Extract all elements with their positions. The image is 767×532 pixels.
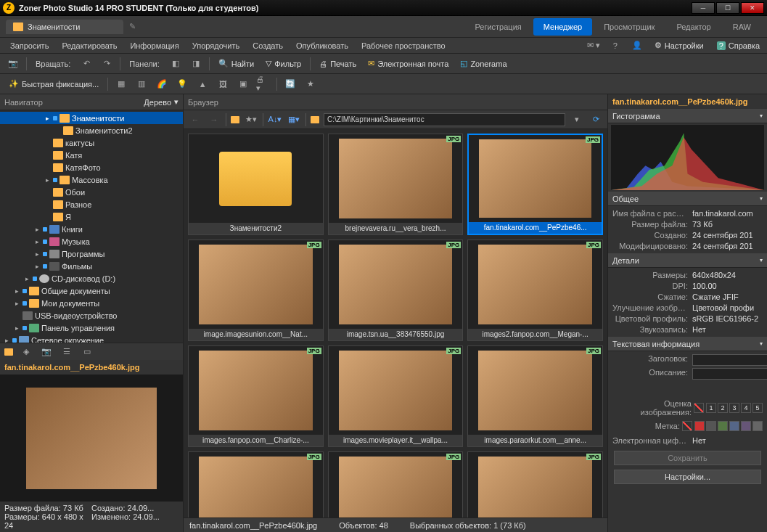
- triangle-icon[interactable]: ▲: [195, 78, 210, 91]
- folder-tab[interactable]: Знаменитости: [6, 20, 123, 34]
- folder-icon[interactable]: [231, 116, 239, 123]
- find-button[interactable]: 🔍Найти: [216, 57, 257, 70]
- rainbow-icon[interactable]: 🌈: [155, 78, 169, 91]
- mark-color[interactable]: [706, 421, 716, 431]
- star-icon[interactable]: ★: [303, 78, 318, 91]
- thumbnail[interactable]: JPGfan.tinakarol.com__PePzbe46...: [467, 134, 603, 235]
- back-icon[interactable]: ←: [188, 113, 202, 126]
- minimize-button[interactable]: ─: [692, 2, 715, 14]
- close-button[interactable]: ✕: [741, 2, 764, 14]
- print2-icon[interactable]: 🖨 ▾: [256, 78, 271, 91]
- reload-icon[interactable]: ⟳: [588, 113, 603, 126]
- tab-manager[interactable]: Менеджер: [533, 18, 592, 36]
- refresh-icon[interactable]: 🔄: [283, 78, 298, 91]
- menu-workspace[interactable]: Рабочее пространство: [356, 39, 451, 52]
- menu-edit[interactable]: Редактировать: [56, 39, 123, 52]
- tree-item[interactable]: Обои: [0, 186, 183, 198]
- dropdown-icon[interactable]: ▾: [570, 113, 584, 126]
- general-header[interactable]: Общее▾: [608, 192, 767, 206]
- view-icon[interactable]: ▦▾: [287, 113, 301, 126]
- thumbnail[interactable]: JPGimages.fanpop.com__Charlize-...: [188, 345, 324, 447]
- title-input[interactable]: [692, 354, 767, 366]
- thumbnail[interactable]: JPGimages2.fanpop.com__Megan-...: [467, 240, 603, 341]
- rating-1[interactable]: 1: [706, 403, 716, 413]
- tree-item[interactable]: ▸Знаменитости: [0, 112, 183, 124]
- question-icon[interactable]: ?: [608, 39, 623, 52]
- forward-icon[interactable]: →: [207, 113, 221, 126]
- tree-item[interactable]: Знаменитости2: [0, 124, 183, 136]
- description-input[interactable]: [692, 368, 767, 380]
- chevron-down-icon[interactable]: ▾: [174, 97, 179, 107]
- bulb-icon[interactable]: 💡: [175, 78, 189, 91]
- mark-color[interactable]: [741, 421, 751, 431]
- thumbnail[interactable]: JPGimage.imagesunion.com__Nat...: [188, 240, 324, 341]
- tab-raw[interactable]: RAW: [723, 18, 761, 36]
- menu-sort[interactable]: Упорядочить: [186, 39, 245, 52]
- tree-item[interactable]: ▸CD-дисковод (D:): [0, 272, 183, 285]
- menu-settings[interactable]: ⚙Настройки: [652, 39, 707, 52]
- user-icon[interactable]: 👤: [630, 39, 644, 52]
- image-icon[interactable]: 🖼: [216, 78, 230, 91]
- tree-item[interactable]: Я: [0, 210, 183, 223]
- tree-item[interactable]: USB-видеоустройство: [0, 309, 183, 322]
- sort-icon[interactable]: A↓▾: [268, 113, 282, 126]
- menu-help[interactable]: ?Справка: [714, 40, 763, 52]
- nav-icon-2[interactable]: 📷: [39, 345, 54, 359]
- nav-icon-4[interactable]: ▭: [80, 345, 94, 359]
- thumbnail[interactable]: JPG: [328, 451, 464, 517]
- tool-icon-1[interactable]: ▦: [114, 78, 128, 91]
- navigator-mode[interactable]: Дерево: [144, 98, 171, 107]
- rating-3[interactable]: 3: [729, 403, 739, 413]
- thumbnail[interactable]: JPGbrejnevavera.ru__vera_brezh...: [328, 134, 464, 235]
- mark-color[interactable]: [694, 421, 705, 431]
- maximize-button[interactable]: ☐: [716, 2, 739, 14]
- print-button[interactable]: 🖨Печать: [316, 58, 359, 70]
- camera-icon[interactable]: 📷: [6, 57, 20, 70]
- filter-button[interactable]: ▽Фильтр: [263, 57, 304, 70]
- rating-clear[interactable]: [694, 403, 704, 413]
- mark-color[interactable]: [718, 421, 728, 431]
- mark-color[interactable]: [752, 421, 763, 431]
- thumbnail[interactable]: JPG: [467, 451, 603, 517]
- rating-5[interactable]: 5: [752, 403, 763, 413]
- nav-icon-3[interactable]: ☰: [60, 345, 74, 359]
- thumbnail[interactable]: JPGfan.tinakarol.com__PePzbe460k.jpg: [188, 451, 324, 517]
- panel-right-icon[interactable]: ◨: [189, 57, 203, 70]
- tree-item[interactable]: кактусы: [0, 136, 183, 149]
- mail-icon[interactable]: ✉ ▾: [586, 39, 601, 52]
- histogram-header[interactable]: Гистограмма▾: [608, 109, 767, 123]
- tree-item[interactable]: ▸Сетевое окружение: [0, 334, 183, 343]
- tree-item[interactable]: ▸Фильмы: [0, 260, 183, 272]
- rating-2[interactable]: 2: [718, 403, 728, 413]
- tree-item[interactable]: ▸Общие документы: [0, 285, 183, 297]
- tool-icon-2[interactable]: ▥: [134, 78, 149, 91]
- folder-tree[interactable]: ▸ЗнаменитостиЗнаменитости2кактусыКатяКат…: [0, 110, 183, 343]
- thumbnail[interactable]: Знаменитости2: [188, 134, 324, 235]
- tree-item[interactable]: ▸Книги: [0, 223, 183, 235]
- preview-image[interactable]: [0, 375, 183, 502]
- rotate-right-icon[interactable]: ↷: [99, 57, 114, 70]
- menu-info[interactable]: Информация: [124, 39, 184, 52]
- tree-item[interactable]: КатяФото: [0, 161, 183, 173]
- fav-icon[interactable]: ★▾: [244, 113, 258, 126]
- tab-viewer[interactable]: Просмотрщик: [594, 18, 665, 36]
- edit-icon[interactable]: ✎: [129, 22, 136, 31]
- save-button[interactable]: Сохранить: [614, 451, 761, 465]
- details-header[interactable]: Детали▾: [608, 253, 767, 268]
- thumbnail[interactable]: JPGimage.tsn.ua__383476550.jpg: [328, 240, 464, 341]
- menu-request[interactable]: Запросить: [4, 39, 54, 52]
- path-input[interactable]: C:\ZIM\Картинки\Знаменитос: [324, 113, 565, 126]
- zonerama-button[interactable]: ◱Zonerama: [457, 57, 509, 70]
- quick-fix-button[interactable]: ✨Быстрая фиксация...: [6, 78, 102, 90]
- mark-color[interactable]: [729, 421, 739, 431]
- tree-item[interactable]: ▸Массовка: [0, 173, 183, 186]
- tree-item[interactable]: ▸Музыка: [0, 235, 183, 247]
- tab-editor[interactable]: Редактор: [666, 18, 721, 36]
- layers-icon[interactable]: ▣: [236, 78, 250, 91]
- rating-4[interactable]: 4: [741, 403, 751, 413]
- textinfo-header[interactable]: Текстовая информация▾: [608, 337, 767, 351]
- tree-item[interactable]: ▸Панель управления: [0, 322, 183, 334]
- tree-item[interactable]: ▸Мои документы: [0, 297, 183, 309]
- settings-button[interactable]: Настройки...: [614, 470, 761, 484]
- mark-clear[interactable]: [682, 421, 692, 431]
